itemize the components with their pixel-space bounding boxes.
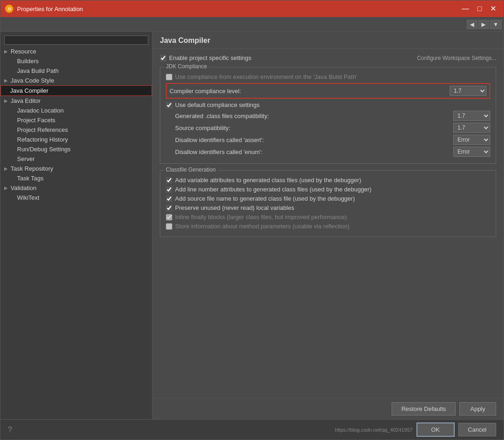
sidebar-item-javadoc-location[interactable]: Javadoc Location: [0, 106, 152, 115]
sidebar-item-label: Server: [17, 155, 35, 162]
titlebar-buttons: — □ ✕: [459, 5, 499, 12]
enable-left: Enable project specific settings: [160, 54, 251, 61]
titlebar-left: ⚙ Properties for Annotation: [5, 5, 83, 13]
sidebar: ▶ Resource Builders Java Build Path ▶ Ja…: [0, 32, 152, 419]
inline-finally-label: Inline finally blocks (larger class file…: [175, 214, 347, 220]
disallow-enum-row: Disallow identifiers called 'enum': Erro…: [166, 147, 490, 157]
jdk-compliance-section: JDK Compliance Use compliance from execu…: [160, 67, 496, 164]
preserve-unused-label: Preserve unused (never read) local varia…: [175, 204, 294, 211]
restore-button[interactable]: □: [475, 5, 485, 12]
sidebar-item-project-references[interactable]: Project References: [0, 125, 152, 135]
sidebar-item-label: Java Compiler: [10, 87, 48, 94]
nav-dropdown-button[interactable]: ▼: [490, 20, 502, 29]
app-icon: ⚙: [5, 5, 13, 13]
java-editor-arrow-icon: ▶: [4, 98, 8, 103]
inline-finally-row: Inline finally blocks (larger class file…: [166, 214, 490, 220]
inline-finally-checkbox[interactable]: [166, 214, 172, 220]
sidebar-item-java-compiler[interactable]: Java Compiler: [0, 85, 152, 96]
store-method-params-row: Store information about method parameter…: [166, 223, 490, 230]
sidebar-item-label: WikiText: [17, 194, 39, 201]
use-default-compliance-row: Use default compliance settings: [166, 101, 490, 108]
properties-window: ⚙ Properties for Annotation — □ ✕ ◀ ▶ ▼ …: [0, 0, 504, 440]
ok-button[interactable]: OK: [416, 422, 455, 437]
add-source-file-label: Add source file name to generated class …: [175, 195, 355, 202]
sidebar-item-label: Refactoring History: [17, 136, 68, 143]
sidebar-search-container: [4, 36, 148, 45]
sidebar-item-validation[interactable]: ▶ Validation: [0, 183, 152, 193]
add-line-number-row: Add line number attributes to generated …: [166, 186, 490, 193]
sidebar-item-server[interactable]: Server: [0, 154, 152, 164]
source-compat-row: Source compatibility: 1.11.21.31.4 1.51.…: [166, 123, 490, 133]
sidebar-item-label: Project Facets: [17, 117, 55, 124]
add-source-file-checkbox[interactable]: [166, 196, 172, 202]
titlebar: ⚙ Properties for Annotation — □ ✕: [0, 0, 504, 17]
use-execution-env-row: Use compliance from execution environmen…: [166, 73, 490, 80]
sidebar-item-label: Project References: [17, 126, 68, 133]
sidebar-item-builders[interactable]: Builders: [0, 56, 152, 66]
use-execution-env-checkbox[interactable]: [166, 74, 172, 80]
panel-title: Java Compiler: [152, 32, 504, 49]
generated-class-row: Generated .class files compatibility: 1.…: [166, 111, 490, 121]
sidebar-search-input[interactable]: [4, 36, 148, 45]
add-source-file-row: Add source file name to generated class …: [166, 195, 490, 202]
compliance-level-label: Compiler compliance level:: [170, 88, 241, 95]
sidebar-item-label: Task Repository: [11, 165, 53, 172]
classfile-section-label: Classfile Generation: [164, 166, 217, 173]
disallow-assert-select[interactable]: ErrorWarningIgnore: [453, 135, 490, 145]
sidebar-item-java-build-path[interactable]: Java Build Path: [0, 66, 152, 76]
preserve-unused-checkbox[interactable]: [166, 205, 172, 211]
minimize-button[interactable]: —: [459, 5, 472, 12]
close-button[interactable]: ✕: [487, 5, 499, 12]
generated-class-select[interactable]: 1.11.21.31.4 1.51.61.71.8: [453, 111, 490, 121]
sidebar-item-label: Builders: [17, 58, 39, 65]
sidebar-item-task-tags[interactable]: Task Tags: [0, 173, 152, 183]
disallow-assert-row: Disallow identifiers called 'assert': Er…: [166, 135, 490, 145]
sidebar-item-wikitext[interactable]: WikiText: [0, 193, 152, 202]
source-compat-select[interactable]: 1.11.21.31.4 1.51.61.71.8: [453, 123, 490, 133]
forward-button[interactable]: ▶: [478, 20, 489, 29]
disallow-enum-label: Disallow identifiers called 'enum':: [175, 149, 263, 155]
help-icon[interactable]: ?: [8, 426, 12, 434]
add-variable-label: Add variable attributes to generated cla…: [175, 177, 361, 184]
sidebar-item-label: Java Code Style: [11, 77, 54, 84]
store-method-params-label: Store information about method parameter…: [175, 223, 350, 230]
add-line-number-label: Add line number attributes to generated …: [175, 186, 371, 193]
sidebar-item-label: Java Editor: [11, 97, 41, 104]
validation-arrow-icon: ▶: [4, 185, 8, 190]
sidebar-item-resource[interactable]: ▶ Resource: [0, 47, 152, 56]
main-content: ▶ Resource Builders Java Build Path ▶ Ja…: [0, 32, 504, 419]
sidebar-item-label: Run/Debug Settings: [17, 146, 70, 153]
apply-button[interactable]: Apply: [459, 402, 496, 416]
compliance-level-row: Compiler compliance level: 1.1 1.2 1.3 1…: [166, 83, 490, 99]
nav-toolbar: ◀ ▶ ▼: [0, 17, 504, 32]
back-button[interactable]: ◀: [467, 20, 477, 29]
enable-row: Enable project specific settings Configu…: [160, 54, 496, 61]
use-default-compliance-label: Use default compliance settings: [175, 101, 260, 108]
sidebar-item-task-repository[interactable]: ▶ Task Repository: [0, 164, 152, 173]
window-bottom-right: https://blog.csdn.net/qq_40241957 OK Can…: [335, 422, 496, 437]
sidebar-item-java-code-style[interactable]: ▶ Java Code Style: [0, 76, 152, 85]
source-compat-label: Source compatibility:: [175, 125, 230, 131]
url-text: https://blog.csdn.net/qq_40241957: [335, 427, 413, 433]
panel-bottom-bar: Restore Defaults Apply: [152, 398, 504, 419]
add-line-number-checkbox[interactable]: [166, 186, 172, 193]
sidebar-item-label: Task Tags: [17, 175, 44, 182]
sidebar-item-refactoring-history[interactable]: Refactoring History: [0, 135, 152, 144]
sidebar-item-run-debug-settings[interactable]: Run/Debug Settings: [0, 144, 152, 154]
classfile-generation-section: Classfile Generation Add variable attrib…: [160, 170, 496, 237]
cancel-button[interactable]: Cancel: [458, 423, 496, 436]
store-method-params-checkbox[interactable]: [166, 223, 172, 230]
sidebar-item-java-editor[interactable]: ▶ Java Editor: [0, 96, 152, 106]
enable-project-settings-checkbox[interactable]: [160, 55, 166, 61]
use-default-compliance-checkbox[interactable]: [166, 102, 172, 108]
disallow-enum-select[interactable]: ErrorWarningIgnore: [453, 147, 490, 157]
disallow-assert-label: Disallow identifiers called 'assert':: [175, 137, 264, 143]
compliance-level-select[interactable]: 1.1 1.2 1.3 1.4 1.5 1.6 1.7 1.8: [450, 86, 486, 96]
sidebar-item-label: Javadoc Location: [17, 107, 64, 114]
java-code-style-arrow-icon: ▶: [4, 78, 8, 83]
restore-defaults-button[interactable]: Restore Defaults: [392, 402, 456, 416]
sidebar-item-project-facets[interactable]: Project Facets: [0, 115, 152, 125]
panel-body: Enable project specific settings Configu…: [152, 49, 504, 398]
configure-workspace-link[interactable]: Configure Workspace Settings...: [417, 55, 496, 61]
add-variable-checkbox[interactable]: [166, 177, 172, 184]
